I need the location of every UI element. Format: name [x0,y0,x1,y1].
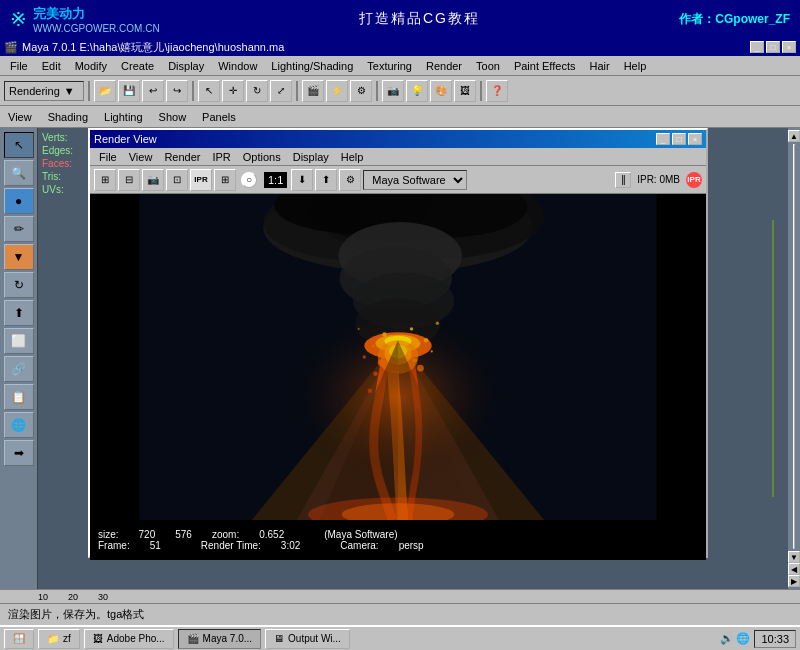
edges-label: Edges: [42,145,73,156]
cube-tool-button[interactable]: ⬜ [4,328,34,354]
taskbar-output[interactable]: 🖥 Output Wi... [265,629,350,649]
rv-close-button[interactable]: × [688,133,702,145]
scroll-right-arrow[interactable]: ▶ [788,575,800,587]
viewport[interactable]: Render View _ □ × File View Render IPR O… [88,128,788,589]
rv-render-region-button[interactable]: ⊡ [166,169,188,191]
fill-tool-button[interactable]: ▼ [4,244,34,270]
clipboard-button[interactable]: 📋 [4,384,34,410]
menu-render[interactable]: Render [420,58,468,74]
pencil-tool-button[interactable]: ✏ [4,216,34,242]
taskbar-adobe[interactable]: 🖼 Adobe Pho... [84,629,174,649]
zf-label: zf [63,633,71,644]
arrow-button[interactable]: ➡ [4,440,34,466]
scroll-up-arrow[interactable]: ▲ [788,130,800,142]
open-file-button[interactable]: 📂 [94,80,116,102]
secondary-panels[interactable]: Panels [198,109,240,125]
rv-ipr-status: IPR: 0MB [637,174,680,185]
rv-menu-options[interactable]: Options [238,150,286,164]
rv-export-button[interactable]: ⬇ [291,169,313,191]
rv-grid2-button[interactable]: ⊟ [118,169,140,191]
zoom-tool-button[interactable]: 🔍 [4,160,34,186]
menu-paint-effects[interactable]: Paint Effects [508,58,582,74]
left-toolbar: ↖ 🔍 ● ✏ ▼ ↻ ⬆ ⬜ 🔗 📋 🌐 ➡ [0,128,38,589]
rotate-button[interactable]: ↻ [246,80,268,102]
maximize-button[interactable]: □ [766,41,780,53]
separator-2 [192,81,194,101]
light-button[interactable]: 💡 [406,80,428,102]
menu-lighting-shading[interactable]: Lighting/Shading [265,58,359,74]
stats-panel: Verts: Edges: Faces: Tris: UVs: [38,128,88,589]
rv-minimize-button[interactable]: _ [656,133,670,145]
secondary-view[interactable]: View [4,109,36,125]
move-up-button[interactable]: ⬆ [4,300,34,326]
secondary-shading[interactable]: Shading [44,109,92,125]
zoom-value: 0.652 [259,529,284,540]
rv-menu-render[interactable]: Render [159,150,205,164]
move-button[interactable]: ✛ [222,80,244,102]
rv-menu-file[interactable]: File [94,150,122,164]
rv-camera-button[interactable]: 📷 [142,169,164,191]
scroll-down-arrow[interactable]: ▼ [788,551,800,563]
rv-menu-ipr[interactable]: IPR [207,150,235,164]
taskbar-zf[interactable]: 📁 zf [38,629,80,649]
rv-options-button[interactable]: ⚙ [339,169,361,191]
select-button[interactable]: ↖ [198,80,220,102]
system-tray: 🔊 🌐 [720,632,750,645]
camera-button[interactable]: 📷 [382,80,404,102]
rv-menu-view[interactable]: View [124,150,158,164]
rendering-mode-dropdown[interactable]: Rendering ▼ [4,81,84,101]
scroll-thumb[interactable] [793,144,795,549]
adobe-label: Adobe Pho... [107,633,165,644]
close-button[interactable]: × [782,41,796,53]
globe-button[interactable]: 🌐 [4,412,34,438]
toolbar: Rendering ▼ 📂 💾 ↩ ↪ ↖ ✛ ↻ ⤢ 🎬 ⚡ ⚙ 📷 💡 🎨 … [0,76,800,106]
shader-button[interactable]: 🎨 [430,80,452,102]
menu-display[interactable]: Display [162,58,210,74]
camera-value: persp [399,540,424,551]
menu-modify[interactable]: Modify [69,58,113,74]
menu-window[interactable]: Window [212,58,263,74]
adobe-icon: 🖼 [93,633,103,644]
help-button[interactable]: ❓ [486,80,508,102]
rv-menu-help[interactable]: Help [336,150,369,164]
scroll-left-arrow[interactable]: ◀ [788,563,800,575]
minimize-button[interactable]: _ [750,41,764,53]
texture-button[interactable]: 🖼 [454,80,476,102]
menu-texturing[interactable]: Texturing [361,58,418,74]
undo-button[interactable]: ↩ [142,80,164,102]
rv-white-circle-button[interactable]: ○ [241,172,257,188]
render-settings-button[interactable]: ⚙ [350,80,372,102]
scale-button[interactable]: ⤢ [270,80,292,102]
redo-button[interactable]: ↪ [166,80,188,102]
save-button[interactable]: 💾 [118,80,140,102]
menu-toon[interactable]: Toon [470,58,506,74]
separator-3 [296,81,298,101]
rv-stop-button[interactable]: ⊞ [214,169,236,191]
menu-hair[interactable]: Hair [583,58,615,74]
secondary-show[interactable]: Show [155,109,191,125]
rv-ipr-badge: IPR [686,172,702,188]
taskbar-maya[interactable]: 🎬 Maya 7.0... [178,629,261,649]
render-view-window: Render View _ □ × File View Render IPR O… [88,128,708,558]
rv-pause-button[interactable]: ‖ [615,172,631,188]
rv-import-button[interactable]: ⬆ [315,169,337,191]
rv-grid-button[interactable]: ⊞ [94,169,116,191]
paint-tool-button[interactable]: ● [4,188,34,214]
menu-create[interactable]: Create [115,58,160,74]
rv-menu-display[interactable]: Display [288,150,334,164]
rv-maximize-button[interactable]: □ [672,133,686,145]
rv-ipr-button[interactable]: IPR [190,169,212,191]
menu-edit[interactable]: Edit [36,58,67,74]
link-tool-button[interactable]: 🔗 [4,356,34,382]
select-tool-button[interactable]: ↖ [4,132,34,158]
render-button[interactable]: 🎬 [302,80,324,102]
rv-renderer-select[interactable]: Maya Software [363,170,467,190]
render-view-title-bar[interactable]: Render View _ □ × [90,130,706,148]
menu-help[interactable]: Help [618,58,653,74]
app-icon: 🎬 [4,41,18,54]
ipr-button[interactable]: ⚡ [326,80,348,102]
start-button[interactable]: 🪟 [4,629,34,649]
rotate-tool-button[interactable]: ↻ [4,272,34,298]
secondary-lighting[interactable]: Lighting [100,109,147,125]
menu-file[interactable]: File [4,58,34,74]
